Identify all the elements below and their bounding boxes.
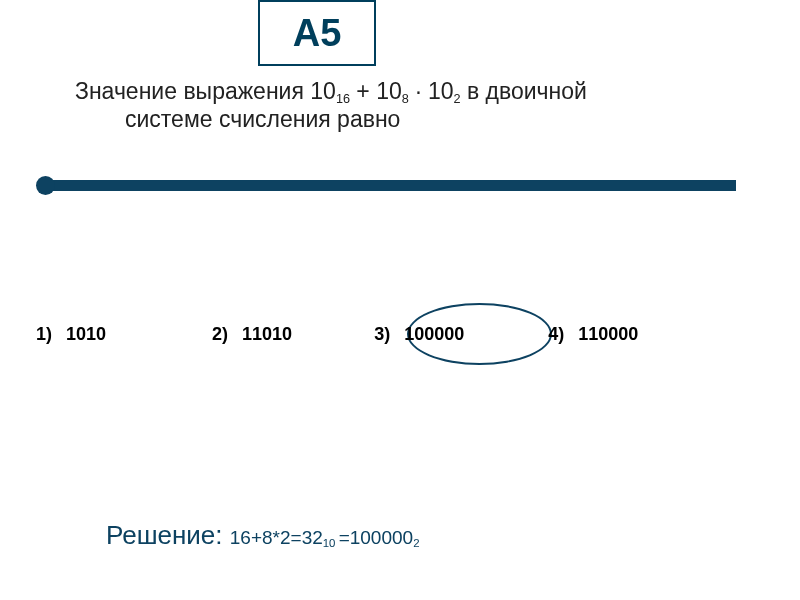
option-number: 3) — [374, 324, 390, 345]
option-number: 2) — [212, 324, 228, 345]
divider-bar — [52, 180, 736, 191]
task-number-badge: А5 — [258, 0, 376, 66]
task-number-text: А5 — [293, 12, 342, 55]
question-text: Значение выражения 1016 + 108 · 102 в дв… — [75, 78, 755, 133]
solution-text: Решение: 16+8*2=3210 =1000002 — [106, 520, 419, 551]
option-value: 110000 — [578, 324, 638, 345]
answer-options-row: 1) 1010 2) 11010 3) 100000 4) 110000 — [36, 324, 760, 345]
option-number: 1) — [36, 324, 52, 345]
answer-option-4[interactable]: 4) 110000 — [548, 324, 638, 345]
option-value: 1010 — [66, 324, 106, 345]
option-value: 11010 — [242, 324, 292, 345]
answer-option-1[interactable]: 1) 1010 — [36, 324, 106, 345]
option-value: 100000 — [404, 324, 464, 345]
option-number: 4) — [548, 324, 564, 345]
question-line-2: системе счисления равно — [125, 106, 755, 133]
divider-bullet-bar — [36, 176, 736, 196]
divider-bullet-icon — [36, 176, 55, 195]
question-line-1: Значение выражения 1016 + 108 · 102 в дв… — [75, 78, 755, 106]
answer-option-3[interactable]: 3) 100000 — [374, 324, 464, 345]
solution-expression: 16+8*2=3210 =1000002 — [230, 527, 420, 548]
answer-option-2[interactable]: 2) 11010 — [212, 324, 292, 345]
solution-label: Решение: — [106, 520, 230, 550]
